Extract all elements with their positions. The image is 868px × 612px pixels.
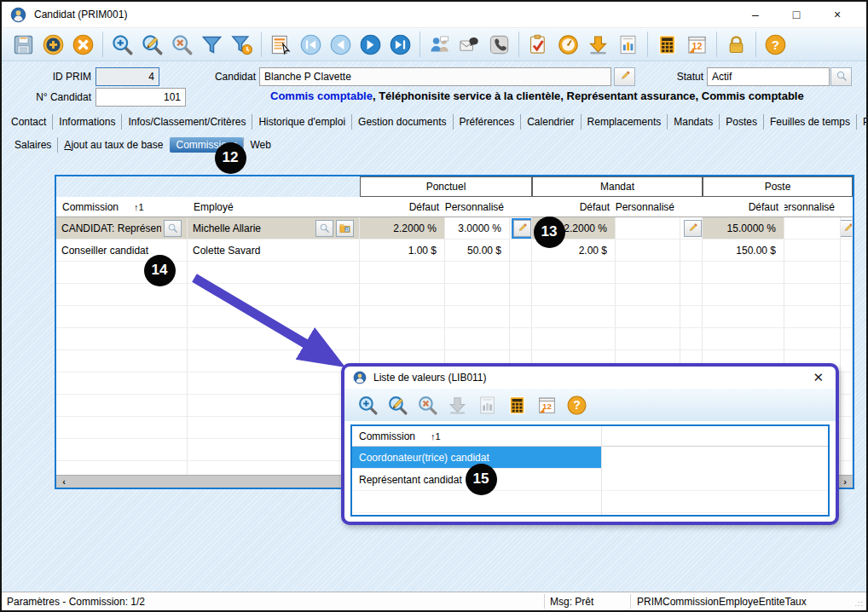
column-header-ponctuel-edit[interactable] [510,197,532,217]
calendar-icon[interactable]: 12 [536,395,558,416]
column-header-mandat-edit[interactable] [680,197,703,217]
tab-historique-d-emploi[interactable]: Historique d'emploi [252,114,351,130]
cell-employe [188,350,360,372]
nav-next-icon[interactable] [359,33,382,56]
message-icon[interactable] [458,33,481,56]
calculator-icon[interactable] [506,395,528,416]
liste-de-valeurs-dialog: Liste de valeurs (LIB011) ✕ 12? Commissi… [341,363,839,525]
role-link[interactable]: Commis comptable [270,89,373,102]
calendar-icon[interactable]: 12 [686,33,709,56]
find-add-icon[interactable] [111,33,134,56]
cell-ponctuel-personnalise [445,306,510,327]
report-icon[interactable] [616,33,639,56]
subtab-web[interactable]: Web [243,137,276,153]
candidat-edit-button[interactable] [614,67,635,86]
tab-postes[interactable]: Postes [719,114,763,130]
close-button[interactable]: × [817,3,858,26]
filter-icon[interactable] [200,33,223,56]
column-header-poste-defaut[interactable]: Défaut [703,197,784,217]
resize-grip[interactable]: .:: [854,599,864,608]
tab-contact[interactable]: Contact [5,114,52,130]
ponctuel-edit-button[interactable] [513,220,531,237]
cell-poste-edit [841,350,853,372]
candidat-field[interactable] [259,67,611,86]
commission-search-button[interactable] [164,220,182,237]
cell-employe [188,306,360,327]
scroll-right-icon[interactable]: › [837,476,853,487]
find-edit-icon[interactable] [141,33,164,56]
help-icon[interactable]: ? [764,33,787,56]
delete-icon[interactable] [72,33,95,56]
maximize-button[interactable]: □ [776,3,817,26]
find-clear-icon[interactable] [171,33,194,56]
tab-feuilles-de-temps[interactable]: Feuilles de temps [763,114,856,130]
nav-prev-icon[interactable] [329,33,352,56]
column-header-commission[interactable]: Commission↑1 [56,197,188,217]
report-icon[interactable] [477,395,498,416]
employee-search-button[interactable] [315,220,333,237]
tab-remplacements[interactable]: Remplacements [581,114,668,130]
employee-folder-button[interactable] [336,220,354,237]
table-row[interactable]: Conseiller candidatColette Savard1.00 $5… [56,240,853,262]
list-item[interactable]: Représentant candidat [352,469,828,491]
statut-field[interactable] [707,67,830,86]
lock-icon[interactable] [725,33,748,56]
tab-infos-classement-criteres[interactable]: Infos/Classement/Critères [121,114,252,130]
no-candidat-field[interactable] [95,88,186,107]
column-header-poste-edit[interactable] [841,197,853,217]
statut-search-button[interactable] [830,67,852,86]
list-select-icon[interactable] [269,33,292,56]
poste-edit-button[interactable] [841,220,853,237]
find-edit-icon[interactable] [387,395,408,416]
table-row[interactable] [56,306,853,328]
column-header-mandat-personnalise[interactable]: Personnalisé [616,197,680,217]
tab-gestion-documents[interactable]: Gestion documents [351,114,452,130]
phone-icon[interactable] [488,33,511,56]
find-add-icon[interactable] [357,395,379,416]
tasks-icon[interactable] [527,33,550,56]
table-row-selected[interactable]: CANDIDAT: Représentant %Michelle Allarie… [56,217,853,240]
column-header-mandat-defaut[interactable]: Défaut [532,197,616,217]
gauge-icon[interactable] [557,33,580,56]
column-header-ponctuel-defaut[interactable]: Défaut [360,197,445,217]
group-header-poste: Poste [703,176,853,197]
column-header-employe[interactable]: Employé [188,197,360,217]
table-row[interactable] [56,262,853,284]
nav-last-icon[interactable] [389,33,412,56]
export-icon[interactable] [587,33,610,56]
tab-preferences[interactable]: Préférences [453,114,521,130]
cell-mandat-edit [680,328,703,349]
save-icon[interactable] [12,33,35,56]
tab-informations[interactable]: Informations [52,114,121,130]
nav-first-icon[interactable] [299,33,322,56]
column-header-poste-personnalise[interactable]: Personnalisé [784,197,841,217]
cell-employe [188,284,360,305]
cell-mandat-personnalise [616,306,680,327]
minimize-button[interactable]: – [735,3,776,26]
calculator-icon[interactable] [656,33,679,56]
table-row[interactable] [56,284,853,306]
list-header[interactable]: Commission ↑1 [352,426,828,447]
contacts-icon[interactable] [428,33,451,56]
table-row[interactable] [56,328,853,350]
mandat-edit-button[interactable] [684,220,702,237]
tab-paies[interactable]: Paies [856,114,868,130]
cell-employe [188,461,360,475]
column-header-ponctuel-personnalise[interactable]: Personnalisé [445,197,510,217]
export-icon[interactable] [447,395,468,416]
find-clear-icon[interactable] [417,395,438,416]
subtab-ajout-au-taux-de-base[interactable]: Ajout au taux de base [57,137,169,153]
scroll-left-icon[interactable]: ‹ [56,476,72,487]
cell-poste-edit [841,417,853,438]
subtab-salaires[interactable]: Salaires [9,137,57,153]
tab-calendrier[interactable]: Calendrier [520,114,580,130]
popup-close-icon[interactable]: ✕ [809,370,827,385]
tab-mandats[interactable]: Mandats [667,114,719,130]
cell-employe [188,395,360,416]
cell-poste-edit [841,240,853,261]
toolbar-separator [518,32,519,57]
help-icon[interactable]: ? [566,395,587,416]
filter-advanced-icon[interactable] [230,33,253,56]
id-prim-field[interactable] [95,67,159,86]
add-icon[interactable] [42,33,65,56]
